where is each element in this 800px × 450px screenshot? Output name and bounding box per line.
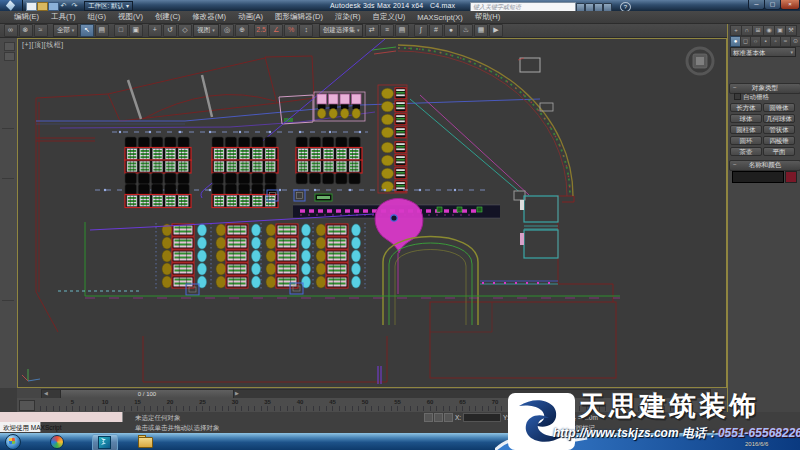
- percent-snap-icon[interactable]: %: [284, 24, 298, 37]
- primitive-button[interactable]: 平面: [763, 147, 795, 156]
- menu-item[interactable]: 修改器(M): [186, 12, 232, 22]
- maxscript-mini-listener[interactable]: [0, 412, 123, 422]
- booth-group-1: [125, 137, 191, 184]
- select-and-move-icon[interactable]: +: [148, 24, 162, 37]
- menu-item[interactable]: 创建(C): [149, 12, 186, 22]
- frame-back-arrow[interactable]: ◀: [44, 390, 48, 396]
- angle-snap-icon[interactable]: ∠: [269, 24, 283, 37]
- select-and-manipulate-icon[interactable]: ⊕: [235, 24, 249, 37]
- undo-icon[interactable]: ↶: [59, 2, 68, 9]
- menu-item[interactable]: 编辑(E): [8, 12, 45, 22]
- primitive-button[interactable]: 四棱锥: [763, 136, 795, 145]
- new-file-icon[interactable]: [26, 2, 37, 11]
- close-button[interactable]: ×: [780, 0, 800, 10]
- menu-item[interactable]: 工具(T): [45, 12, 82, 22]
- watermark-date: 2016/6/6: [745, 441, 768, 447]
- select-and-rotate-icon[interactable]: ↺: [163, 24, 177, 37]
- title-bar: ↶ ↷ 工作区: 默认 ▾ Autodesk 3ds Max 2014 x64 …: [0, 0, 800, 11]
- rollout-name-color[interactable]: −名称和颜色: [729, 160, 800, 171]
- reference-coordsys-dropdown[interactable]: 视图 ▾: [193, 24, 218, 37]
- named-selection-dropdown[interactable]: 创建选择集 ▾: [319, 24, 364, 37]
- select-and-link-icon[interactable]: ∞: [4, 24, 18, 37]
- 3dsmax-taskbar-icon: [98, 436, 111, 449]
- redo-icon[interactable]: ↷: [70, 2, 79, 9]
- curve-editor-icon[interactable]: ∫: [414, 24, 428, 37]
- material-editor-icon[interactable]: ●: [444, 24, 458, 37]
- window-crossing-icon[interactable]: ▣: [129, 24, 143, 37]
- isolate-toggle-icon[interactable]: [424, 413, 433, 422]
- align-icon[interactable]: ≡: [380, 24, 394, 37]
- object-color-swatch[interactable]: [785, 171, 797, 183]
- menu-item[interactable]: 组(G): [82, 12, 112, 22]
- taskbar-folder-icon[interactable]: [138, 437, 153, 448]
- rectangular-selection-icon[interactable]: □: [114, 24, 128, 37]
- menu-item[interactable]: 渲染(R): [329, 12, 366, 22]
- select-and-scale-icon[interactable]: ◇: [178, 24, 192, 37]
- frame-forward-arrow[interactable]: ▶: [235, 390, 239, 396]
- rendered-frame-icon[interactable]: ▦: [474, 24, 488, 37]
- menu-item[interactable]: 视图(V): [112, 12, 149, 22]
- bind-to-spacewarp-icon[interactable]: ≈: [34, 24, 48, 37]
- seating-column-1: [162, 224, 207, 288]
- absolute-mode-icon[interactable]: [444, 413, 453, 422]
- select-by-name-icon[interactable]: ▤: [95, 24, 109, 37]
- subtab-systems-icon[interactable]: ⊙: [790, 36, 800, 47]
- save-file-icon[interactable]: [48, 2, 59, 11]
- autogrid-checkbox[interactable]: 自动栅格: [734, 93, 769, 102]
- dock-icon[interactable]: [4, 42, 15, 51]
- maximize-button[interactable]: ▢: [764, 0, 781, 10]
- taskbar-app-icon[interactable]: [50, 435, 64, 449]
- primitive-button[interactable]: 圆锥体: [763, 103, 795, 112]
- menu-item[interactable]: MAXScript(X): [411, 13, 468, 22]
- frame-label: 60: [427, 399, 434, 405]
- unlink-selection-icon[interactable]: ⊗: [19, 24, 33, 37]
- spinner-snap-icon[interactable]: ↕: [299, 24, 313, 37]
- primitive-button[interactable]: 管状体: [763, 125, 795, 134]
- seating-column-2: [216, 224, 261, 288]
- application-menu-button[interactable]: [0, 0, 23, 11]
- primitive-button[interactable]: 圆柱体: [730, 125, 762, 134]
- object-name-field[interactable]: [732, 171, 784, 183]
- primitive-button[interactable]: 圆环: [730, 136, 762, 145]
- snaps-toggle-icon[interactable]: 2.5: [254, 24, 268, 37]
- tier2-row-2: [212, 184, 278, 208]
- workspace-dropdown[interactable]: 工作区: 默认 ▾: [84, 1, 133, 11]
- menu-item[interactable]: 图形编辑器(D): [269, 12, 329, 22]
- dock-icon[interactable]: [4, 52, 15, 61]
- selection-lock-icon[interactable]: [434, 413, 443, 422]
- command-panel: + ∩ ⊞ ◉ ▣ ⚒ ● ◻ ☼ ▪ ▫ ≈ ⊙ 标准基本体▾ −对象类型 自…: [727, 24, 800, 413]
- 3dsmax-window: ↶ ↷ 工作区: 默认 ▾ Autodesk 3ds Max 2014 x64 …: [0, 0, 800, 450]
- primitive-button[interactable]: 长方体: [730, 103, 762, 112]
- menu-item[interactable]: 自定义(U): [366, 12, 411, 22]
- frame-label: 65: [459, 399, 466, 405]
- menu-item[interactable]: 帮助(H): [469, 12, 506, 22]
- schematic-view-icon[interactable]: #: [429, 24, 443, 37]
- primitive-button[interactable]: 茶壶: [730, 147, 762, 156]
- 3dsmax-logo-icon: [6, 0, 15, 11]
- timeline-options-button[interactable]: [19, 400, 35, 411]
- tab-utilities-icon[interactable]: ⚒: [785, 25, 797, 36]
- left-dock-strip: [0, 38, 18, 388]
- render-setup-icon[interactable]: ♨: [459, 24, 473, 37]
- frame-label: 40: [297, 399, 304, 405]
- floorplan-canvas[interactable]: [17, 38, 727, 388]
- selection-filter-dropdown[interactable]: 全部 ▾: [53, 24, 78, 37]
- vertical-booth-column: [378, 85, 407, 193]
- render-production-icon[interactable]: ▶: [489, 24, 503, 37]
- frame-label: 5: [71, 399, 74, 405]
- frame-label: 55: [394, 399, 401, 405]
- menu-item[interactable]: 动画(A): [232, 12, 269, 22]
- viewport-label[interactable]: [+][顶][线框]: [22, 40, 64, 50]
- primitive-category-dropdown[interactable]: 标准基本体▾: [730, 47, 796, 57]
- minimize-button[interactable]: ─: [748, 0, 765, 10]
- frame-label: 15: [134, 399, 141, 405]
- primitive-button[interactable]: 球体: [730, 114, 762, 123]
- primitive-button[interactable]: 几何球体: [763, 114, 795, 123]
- mirror-icon[interactable]: ⇄: [365, 24, 379, 37]
- layer-manager-icon[interactable]: ▤: [395, 24, 409, 37]
- use-pivot-center-icon[interactable]: ◎: [220, 24, 234, 37]
- watermark-brand: 天思建筑装饰: [579, 388, 759, 424]
- open-file-icon[interactable]: [37, 2, 48, 11]
- select-object-icon[interactable]: ↖: [80, 24, 94, 37]
- viewcube[interactable]: [687, 48, 713, 74]
